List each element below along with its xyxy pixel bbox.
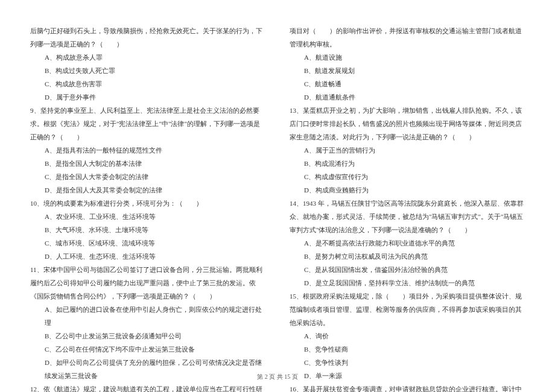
page-footer: 第 2 页 共 15 页 [0, 373, 555, 381]
q11-opt-a: A、如已履约的进口设备在使用中引起人身伤亡，则应依公约的规定进行处理 [30, 303, 265, 329]
q15-opt-b: B、竞争性磋商 [290, 343, 525, 356]
q13-opt-b: B、构成混淆行为 [290, 157, 525, 170]
q12-tail: 项目对（ ）的影响作出评价，并报送有审核权的交通运输主管部门或者航道管理机构审核… [290, 24, 525, 51]
right-column: 项目对（ ）的影响作出评价，并报送有审核权的交通运输主管部门或者航道管理机构审核… [290, 24, 525, 392]
q12: 12、依《航道法》规定，建设与航道有关的工程，建设单位应当在工程可行性研究阶段就… [30, 382, 265, 392]
q13: 13、某蛋糕店开业之初，为扩大影响，增加销售，出钱雇人排队抢购。不久，该店门口便… [290, 104, 525, 144]
q8-opt-d: D、属于意外事件 [30, 90, 265, 104]
left-column: 后脑勺正好碰到石头上，导致颅脑损伤，经抢救无效死亡。关于张某的行为，下列哪一选项… [30, 24, 265, 392]
q12-opt-a: A、航道设施 [290, 51, 525, 64]
q10-opt-c: C、城市环境、区域环境、流域环境等 [30, 236, 265, 250]
q13-opt-a: A、属于正当的营销行为 [290, 144, 525, 157]
q14-opt-b: B、是努力树立司法权威及司法为民的典范 [290, 250, 525, 263]
q9: 9、坚持党的事业至上、人民利益至上、宪法法律至上是社会主义法治的必然要求。根据《… [30, 104, 265, 144]
q9-opt-a: A、是指具有法的一般特征的规范性文件 [30, 144, 265, 157]
q15-opt-a: A、询价 [290, 329, 525, 343]
q16: 16、某县开展扶贫资金专项调查，对申请财政贴息贷款的企业进行核查。审计中发现某企… [290, 382, 525, 392]
q11-opt-c: C、乙公司在任何情况下均不应中止发运第三批设备 [30, 343, 265, 356]
q10: 10、境的构成要素为标准进行分类，环境可分为：（ ） [30, 197, 265, 210]
page-content: 后脑勺正好碰到石头上，导致颅脑损伤，经抢救无效死亡。关于张某的行为，下列哪一选项… [0, 0, 555, 392]
q15-opt-c: C、竞争性谈判 [290, 356, 525, 369]
q14: 14、1943 年，马锡五任陕甘宁边区高等法院陇东分庭庭长，他深入基层、依靠群众… [290, 197, 525, 236]
q13-opt-c: C、构成虚假宣传行为 [290, 170, 525, 183]
q12-opt-d: D、航道通航条件 [290, 90, 525, 104]
q15: 15、根据政府采购法规规定，除（ ）项目外，为采购项目提供整体设计、规范编制或者… [290, 289, 525, 329]
q9-opt-d: D、是指全国人大及其常委会制定的法律 [30, 183, 265, 197]
q13-opt-d: D、构成商业贿赂行为 [290, 183, 525, 197]
q10-opt-b: B、大气环境、水环境、土壤环境等 [30, 223, 265, 236]
q9-opt-c: C、是指全国人大常委会制定的法律 [30, 170, 265, 183]
q14-opt-d: D、是立足我国国情，坚持科学立法、维护法制统一的典范 [290, 276, 525, 289]
q8-opt-a: A、构成故意杀人罪 [30, 51, 265, 64]
q14-opt-a: A、是不断提高依法行政能力和职业道德水平的典范 [290, 236, 525, 250]
q10-opt-d: D、人工环境、生态环境、生活环境等 [30, 250, 265, 263]
q9-opt-b: B、是指全国人大制定的基本法律 [30, 157, 265, 170]
q8-tail: 后脑勺正好碰到石头上，导致颅脑损伤，经抢救无效死亡。关于张某的行为，下列哪一选项… [30, 24, 265, 51]
q8-opt-b: B、构成过失致人死亡罪 [30, 64, 265, 77]
q11: 11、宋体中国甲公司与德国乙公司签订了进口设备合同，分三批运输。两批顺利履约后乙… [30, 263, 265, 303]
q14-opt-c: C、是从我国国情出发，借鉴国外法治经验的典范 [290, 263, 525, 276]
q8-opt-c: C、构成故意伤害罪 [30, 77, 265, 90]
q10-opt-a: A、农业环境、工业环境、生活环境等 [30, 210, 265, 223]
q12-opt-b: B、航道发展规划 [290, 64, 525, 77]
q12-opt-c: C、航道畅通 [290, 77, 525, 90]
q11-opt-b: B、乙公司中止发运第三批设备必须通知甲公司 [30, 329, 265, 343]
